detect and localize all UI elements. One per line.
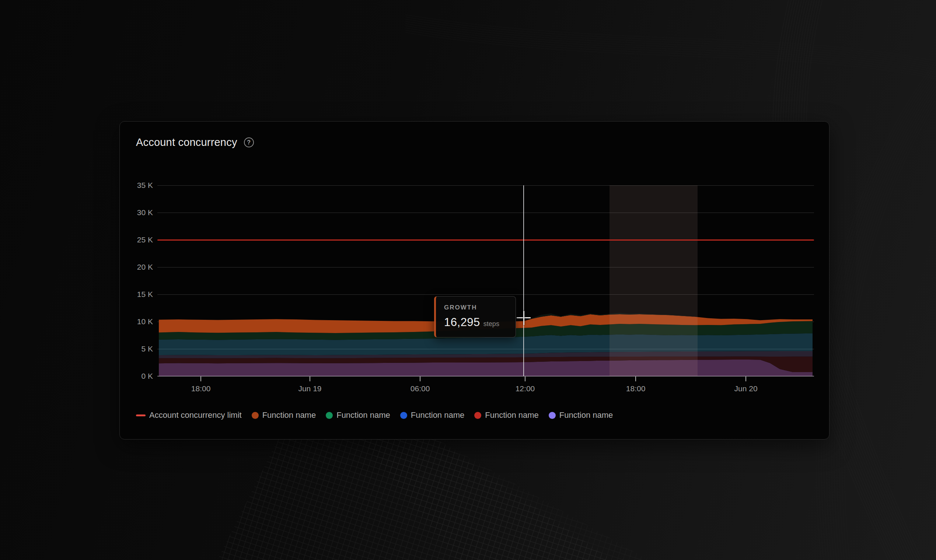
legend-item-label: Function name <box>336 411 390 420</box>
x-tick-mark <box>420 377 420 381</box>
tooltip-unit: steps <box>483 320 499 328</box>
crosshair-line <box>523 185 524 376</box>
bg-swirl-line <box>405 30 936 78</box>
stacked-areas-svg <box>159 185 813 376</box>
bg-swirl-line <box>834 52 936 560</box>
plot-area[interactable]: GROWTH 16,295 steps <box>159 185 813 376</box>
bg-swirl-line <box>827 52 936 560</box>
selection-overlay <box>610 185 697 376</box>
y-tick-label: 25 K <box>120 235 153 244</box>
legend-dot-swatch <box>252 412 259 419</box>
y-tick-label: 5 K <box>120 345 153 353</box>
x-tick-label: 06:00 <box>398 384 442 393</box>
bg-swirl-line <box>405 28 936 76</box>
concurrency-limit-line <box>157 240 814 241</box>
x-tick-mark <box>525 377 525 381</box>
x-tick-mark <box>635 377 636 381</box>
x-tick-label: 18:00 <box>614 384 658 393</box>
legend-dot-swatch <box>400 412 407 419</box>
legend-dash-swatch <box>136 414 146 416</box>
y-tick-label: 35 K <box>120 181 153 190</box>
bg-swirl-line <box>829 52 936 560</box>
bg-swirl-line <box>819 52 936 560</box>
legend-item-label: Account concurrency limit <box>149 411 242 420</box>
bg-swirl-line <box>832 52 936 560</box>
y-tick-label: 20 K <box>120 263 153 272</box>
tooltip-series-label: GROWTH <box>444 304 508 311</box>
legend-item-0[interactable]: Account concurrency limit <box>136 411 242 420</box>
y-tick-label: 15 K <box>120 290 153 299</box>
legend-item-5[interactable]: Function name <box>549 411 613 420</box>
legend-item-label: Function name <box>262 411 316 420</box>
bg-swirl-line <box>816 52 936 560</box>
legend-dot-swatch <box>549 412 556 419</box>
x-tick-label: Jun 20 <box>724 384 768 393</box>
bg-swirl-line <box>842 52 936 560</box>
x-tick-label: 18:00 <box>179 384 223 393</box>
x-tick-mark <box>309 377 310 381</box>
y-tick-label: 0 K <box>120 372 153 381</box>
x-tick-label: 12:00 <box>503 384 547 393</box>
legend-item-4[interactable]: Function name <box>474 411 539 420</box>
bg-swirl-line <box>845 52 936 560</box>
legend-item-label: Function name <box>411 411 465 420</box>
bg-swirl-line <box>837 52 936 560</box>
legend-item-3[interactable]: Function name <box>400 411 465 420</box>
legend: Account concurrency limitFunction nameFu… <box>136 411 613 420</box>
legend-item-1[interactable]: Function name <box>252 411 316 420</box>
legend-item-label: Function name <box>485 411 539 420</box>
account-concurrency-card: Account concurrency ? 35 K30 K25 K20 K15… <box>119 121 830 440</box>
y-tick-label: 10 K <box>120 317 153 326</box>
x-tick-mark <box>200 377 201 381</box>
gridline-5k-overlay <box>159 349 813 349</box>
tooltip-value: 16,295 <box>444 316 480 329</box>
tooltip: GROWTH 16,295 steps <box>434 296 516 337</box>
legend-dot-swatch <box>474 412 481 419</box>
x-axis-line <box>157 376 814 377</box>
legend-item-label: Function name <box>559 411 613 420</box>
bg-swirl-line <box>405 32 936 80</box>
x-tick-label: Jun 19 <box>288 384 332 393</box>
y-tick-label: 30 K <box>120 208 153 217</box>
legend-item-2[interactable]: Function name <box>326 411 390 420</box>
x-tick-mark <box>745 377 746 381</box>
chart: 35 K30 K25 K20 K15 K10 K5 K0 K 18:00Jun … <box>120 122 829 439</box>
legend-dot-swatch <box>326 412 333 419</box>
